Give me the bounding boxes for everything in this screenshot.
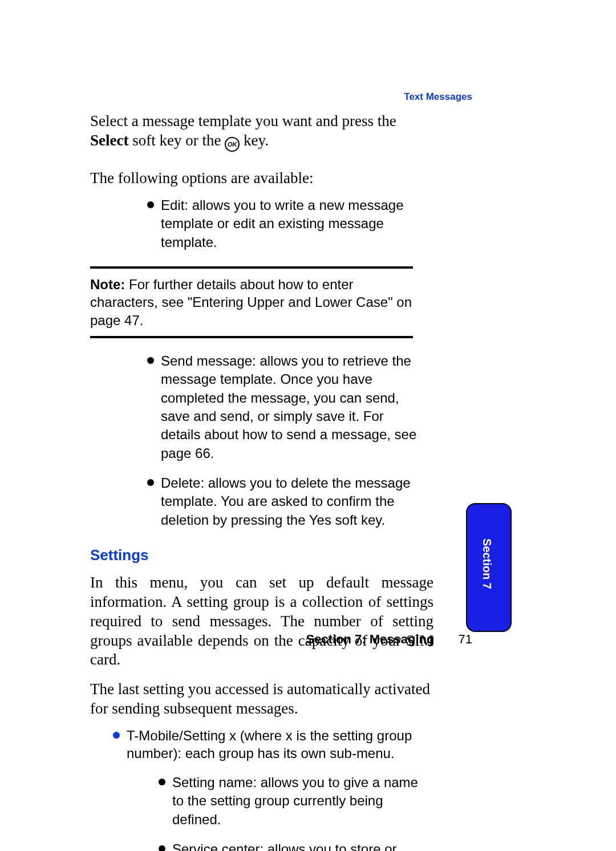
content-column: Select a message template you want and p… <box>90 112 433 851</box>
ok-key-icon: OK <box>225 137 240 152</box>
select-label: Select <box>90 132 128 149</box>
text: Select a message template you want and p… <box>90 112 396 129</box>
list-item: Send message: allows you to retrieve the… <box>147 352 421 463</box>
page-footer: Section 7: Messaging 71 <box>306 632 472 647</box>
list-item: Delete: allows you to delete the message… <box>147 474 421 529</box>
settings-heading: Settings <box>90 546 433 564</box>
text: key. <box>240 132 269 149</box>
list-item: Edit: allows you to write a new message … <box>147 196 421 252</box>
intro-paragraph-1: Select a message template you want and p… <box>90 112 433 152</box>
list-item: Service center: allows you to store or c… <box>159 840 427 851</box>
note-text: Note: For further details about how to e… <box>90 275 413 329</box>
options-list-top: Edit: allows you to write a new message … <box>147 196 421 252</box>
options-list-mid: Send message: allows you to retrieve the… <box>147 352 421 530</box>
settings-paragraph-2: The last setting you accessed is automat… <box>90 680 433 719</box>
note-label: Note: <box>90 277 125 292</box>
section-tab-label: Section 7 <box>480 538 493 589</box>
note-block: Note: For further details about how to e… <box>90 266 413 338</box>
settings-group-list: T-Mobile/Setting x (where x is the setti… <box>113 727 415 852</box>
list-item: T-Mobile/Setting x (where x is the setti… <box>113 727 415 852</box>
list-item: Setting name: allows you to give a name … <box>159 773 427 829</box>
page: Text Messages Select a message template … <box>0 0 616 851</box>
section-tab: Section 7 <box>466 503 512 632</box>
text: soft key or the <box>128 132 225 149</box>
settings-paragraph-1: In this menu, you can set up default mes… <box>90 573 433 670</box>
text: T-Mobile/Setting x (where x is the setti… <box>127 728 412 761</box>
header-section-tag: Text Messages <box>404 91 472 103</box>
intro-paragraph-2: The following options are available: <box>90 169 433 188</box>
page-number: 71 <box>459 632 472 646</box>
text: For further details about how to enter c… <box>90 277 412 327</box>
settings-sub-list: Setting name: allows you to give a name … <box>159 773 427 851</box>
footer-section: Section 7: Messaging <box>306 632 434 646</box>
